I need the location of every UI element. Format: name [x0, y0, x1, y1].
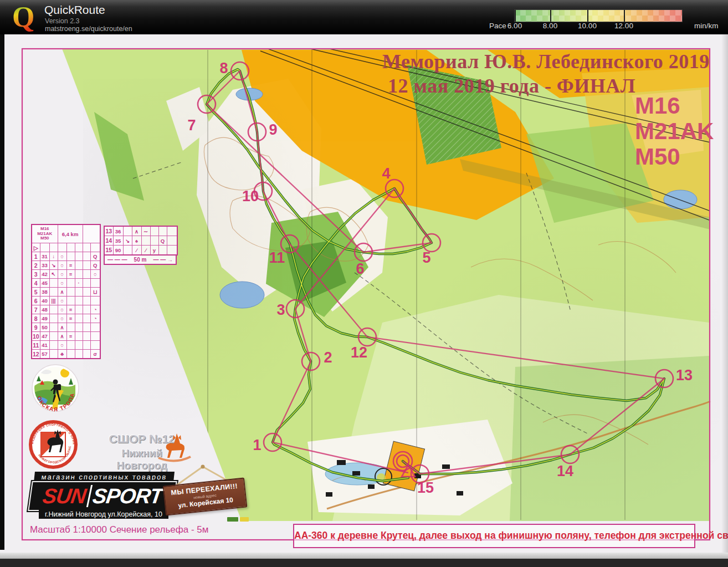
control-number: 8 [219, 60, 228, 76]
orienteering-federation-logo: ФЕДЕРАЦИЯ СПОРТИВНОГО ОРИЕНТИРОВАНИЯ НИЖ… [29, 419, 78, 470]
control-number: 13 [676, 367, 693, 384]
card-row: 342↖○≡○ [32, 270, 100, 279]
class-list: M16 M21AK M50 [635, 93, 714, 170]
class-label: M21AK [635, 119, 714, 144]
control-descriptions-card: M16M21AKM50 6,4 km ▷131↓○Q233↘○≡Q342↖○≡○… [31, 224, 101, 359]
scan-edge-bottom-light [0, 553, 728, 559]
app-version: Version 2.3 [45, 17, 80, 25]
card-row: 1141○ [32, 341, 100, 350]
sunsport-logo: SUN SPORT [28, 481, 177, 511]
card-row: 748○≡◔ [32, 305, 100, 314]
sunsport-address: г.Нижний Новгород ул.Корейская, 10 [39, 510, 168, 519]
emergency-info-box: АА-360 к деревне Крутец, далее выход на … [293, 524, 695, 548]
leaping-deer-icon [157, 429, 192, 464]
pace-tick-label: 8.00 [543, 22, 557, 30]
pace-tick-label: 6.00 [507, 22, 522, 30]
event-title-line1: Мемориал Ю.В. Лебединского 2019 [382, 50, 710, 73]
card-row: ▷ [32, 243, 100, 252]
pace-tick [550, 10, 551, 22]
map-canvas: 123456789101112131415 Мемориал Ю.В. Лебе… [0, 34, 728, 559]
pace-tick [624, 10, 625, 22]
scan-edge-bottom-dark [0, 559, 728, 567]
pace-gradient-bar [514, 9, 683, 22]
finish-controls-card: 1336∧∼1435↘♠Q1590∕∕y — — — 50 m — — → [104, 226, 177, 265]
map-scale-text: Масштаб 1:10000 Сечение рельефа - 5м [30, 524, 208, 535]
pace-label: Pace [489, 22, 506, 30]
card-row: 950∧ [32, 323, 100, 332]
sponsor-chips [227, 517, 249, 522]
control-number: 4 [382, 165, 390, 182]
card-scale-row: — — — 50 m — — → [104, 256, 177, 265]
card-row: 131↓○Q [32, 252, 100, 261]
card-classes: M16M21AKM50 [32, 224, 58, 243]
card-row: 640|||○ [32, 297, 100, 305]
pace-unit-label: min/km [694, 22, 719, 30]
control-number: 1 [253, 437, 261, 453]
quickroute-logo-icon: Q [11, 2, 39, 33]
pace-tick [515, 10, 516, 22]
card-row: 1435↘♠Q [104, 236, 177, 246]
app-url: matstroeng.se/quickroute/en [45, 25, 132, 33]
control-number: 7 [187, 117, 196, 134]
control-number: 5 [422, 249, 430, 266]
control-number: 6 [356, 260, 364, 277]
pace-tick-label: 12.00 [614, 22, 633, 30]
control-number: 15 [417, 479, 434, 496]
scan-edge-left [0, 34, 4, 550]
app-title: QuickRoute [44, 3, 105, 17]
card-row: 1590∕∕y [104, 246, 177, 256]
card-row: 1257♣σ [32, 350, 100, 359]
class-label: M50 [635, 144, 714, 170]
class-label: M16 [635, 93, 714, 119]
control-number: 10 [242, 188, 259, 205]
card-row: 233↘○≡Q [32, 261, 100, 270]
control-number: 2 [324, 349, 332, 366]
card-row: 445○· [32, 279, 100, 288]
control-number: 11 [269, 249, 285, 266]
pace-tick [587, 10, 588, 22]
card-distance: 6,4 km [58, 224, 83, 243]
control-number: 9 [269, 121, 277, 138]
card-row: 849○≡◔ [32, 314, 100, 323]
oka-trail-logo: ОКСКАЯ ТРОПА [30, 364, 81, 416]
control-number: 12 [351, 344, 367, 361]
pace-tick-label: 10.00 [578, 22, 597, 30]
sunsport-brand-red: SUN [41, 484, 87, 508]
control-number: 3 [276, 302, 285, 318]
moved-sign: МЫ ПЕРЕЕХАЛИ!!! новый адрес ул. Корейска… [163, 464, 246, 525]
card-row: 1047∧≡ [32, 332, 100, 341]
card-row: 1336∧∼ [104, 226, 177, 236]
quickroute-window: Q QuickRoute Version 2.3 matstroeng.se/q… [0, 0, 728, 567]
event-title-line2: 12 мая 2019 года - ФИНАЛ [388, 74, 635, 98]
card-row: 538∧⊔ [32, 288, 100, 297]
logo-letter: Q [12, 2, 34, 33]
sunsport-brand-white: SPORT [91, 484, 163, 508]
scan-edge-right [721, 34, 728, 559]
control-number: 14 [557, 463, 573, 479]
title-bar: Q QuickRoute Version 2.3 matstroeng.se/q… [0, 0, 728, 34]
